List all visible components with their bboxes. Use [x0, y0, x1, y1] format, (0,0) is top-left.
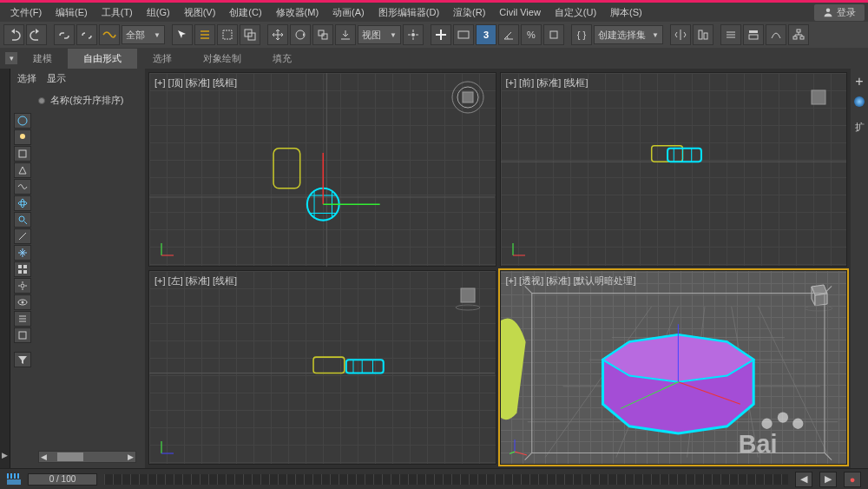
select-scale-button[interactable] [312, 24, 333, 45]
time-slider[interactable]: 0 / 100 [28, 473, 97, 486]
curve-editor-button[interactable] [766, 24, 786, 45]
align-button[interactable] [693, 24, 713, 45]
display-bone-button[interactable] [14, 212, 31, 228]
menu-edit[interactable]: 编辑(E) [49, 4, 95, 21]
next-key-button[interactable]: ▶ [819, 472, 837, 487]
track-bar-toggle[interactable] [7, 473, 21, 479]
menu-graph[interactable]: 图形编辑器(D) [372, 4, 446, 21]
viewport-front-scene [501, 73, 846, 267]
snap-toggle-button[interactable]: 3 [476, 24, 496, 45]
menu-render[interactable]: 渲染(R) [446, 4, 492, 21]
viewport-front[interactable]: [+] [前] [标准] [线框] [500, 72, 848, 267]
menu-anim[interactable]: 动画(A) [326, 4, 372, 21]
menu-script[interactable]: 脚本(S) [603, 4, 649, 21]
display-all-button[interactable] [14, 311, 31, 327]
triangle-icon [17, 165, 28, 175]
frame-label: 0 / 100 [49, 474, 76, 484]
window-crossing-button[interactable] [240, 24, 260, 45]
display-geometry-button[interactable] [14, 113, 31, 129]
mirror-icon [674, 29, 687, 41]
svg-rect-12 [749, 30, 758, 33]
menu-create[interactable]: 创建(C) [222, 4, 268, 21]
scene-tab-select[interactable]: 选择 [17, 72, 36, 85]
ribbon-minimize-button[interactable]: ▾ [5, 52, 17, 64]
select-rotate-button[interactable] [290, 24, 311, 45]
mirror-button[interactable] [670, 24, 691, 45]
viewport-left[interactable]: [+] [左] [标准] [线框] [148, 270, 496, 465]
display-none-button[interactable] [14, 327, 31, 343]
display-xrefs-button[interactable] [14, 278, 31, 294]
scroll-left-arrow-icon[interactable]: ◀ [41, 453, 47, 461]
svg-line-86 [510, 452, 515, 455]
create-tab-icon[interactable]: + [855, 74, 863, 89]
set-key-button[interactable]: ● [844, 472, 861, 487]
percent-snap-button[interactable]: % [521, 24, 542, 45]
toggle-ribbon-button[interactable] [743, 24, 764, 45]
unlink-button[interactable] [76, 24, 97, 45]
time-track[interactable] [104, 474, 788, 485]
viewport-persp-scene: Bai [501, 271, 846, 465]
bind-space-warp-button[interactable] [99, 24, 120, 45]
rect-region-button[interactable] [217, 24, 238, 45]
display-lights-button[interactable] [14, 129, 31, 145]
edit-selection-set-button[interactable]: { } [571, 24, 592, 45]
select-manipulate-button[interactable] [431, 24, 451, 45]
link-button[interactable] [54, 24, 75, 45]
select-move-button[interactable] [267, 24, 288, 45]
prev-key-button[interactable]: ◀ [795, 472, 812, 487]
svg-point-80 [761, 419, 772, 429]
schematic-view-button[interactable] [788, 24, 809, 45]
select-object-button[interactable] [172, 24, 193, 45]
scroll-thumb[interactable] [57, 453, 83, 461]
ref-coord-combo[interactable]: 视图▼ [358, 25, 401, 44]
menu-tools[interactable]: 工具(T) [95, 4, 140, 21]
pivot-center-button[interactable] [403, 24, 424, 45]
tab-modeling[interactable]: 建模 [17, 49, 68, 69]
filter-button[interactable] [14, 352, 31, 367]
keyboard-shortcut-button[interactable] [453, 24, 474, 45]
menu-file[interactable]: 文件(F) [3, 4, 49, 21]
layer-explorer-button[interactable] [720, 24, 741, 45]
menu-civil[interactable]: Civil View [492, 5, 547, 19]
tab-object-paint[interactable]: 对象绘制 [187, 49, 257, 69]
bars-icon [17, 314, 28, 324]
svg-rect-14 [797, 30, 800, 32]
scene-h-scrollbar[interactable]: ◀ ▶ [38, 451, 136, 463]
viewport-perspective[interactable]: [+] [透视] [标准] [默认明暗处理] [500, 270, 848, 465]
angle-snap-button[interactable] [498, 24, 519, 45]
tab-freeform[interactable]: 自由形式 [68, 49, 137, 69]
redo-button[interactable] [26, 24, 47, 45]
tab-populate[interactable]: 填充 [257, 49, 307, 69]
display-shapes-button[interactable] [14, 146, 31, 162]
scene-tab-display[interactable]: 显示 [47, 72, 66, 85]
display-cameras-button[interactable] [14, 162, 31, 178]
scroll-right-arrow-icon[interactable]: ▶ [128, 453, 134, 461]
display-hidden-button[interactable] [14, 294, 31, 310]
viewport-top[interactable]: [+] [顶] [标准] [线框] [148, 72, 496, 267]
next-icon: ▶ [825, 473, 832, 485]
name-column-header[interactable]: 名称(按升序排序) [38, 94, 136, 107]
display-containers-button[interactable] [14, 228, 31, 244]
display-groups-button[interactable] [14, 261, 31, 277]
key-icon: ● [850, 474, 856, 485]
selection-filter-combo[interactable]: 全部▼ [122, 25, 165, 44]
undo-button[interactable] [3, 24, 24, 45]
named-selection-combo[interactable]: 创建选择集▼ [594, 25, 663, 44]
menu-views[interactable]: 视图(V) [177, 4, 223, 21]
display-frozen-button[interactable] [14, 245, 31, 261]
display-helpers-button[interactable] [14, 179, 31, 195]
select-by-name-button[interactable] [194, 24, 215, 45]
menu-bar: 文件(F) 编辑(E) 工具(T) 组(G) 视图(V) 创建(C) 修改器(M… [0, 3, 868, 22]
select-place-button[interactable] [335, 24, 356, 45]
svg-point-27 [21, 284, 24, 287]
menu-group[interactable]: 组(G) [140, 4, 177, 21]
tab-selection[interactable]: 选择 [137, 49, 187, 69]
modify-tab-icon[interactable] [854, 96, 865, 107]
menu-modifier[interactable]: 修改器(M) [269, 4, 326, 21]
display-spacewarps-button[interactable] [14, 195, 31, 211]
menu-custom[interactable]: 自定义(U) [548, 4, 603, 21]
left-dock-strip[interactable]: ▶ [0, 69, 10, 468]
spinner-snap-button[interactable] [543, 24, 564, 45]
login-button[interactable]: 登录 [814, 4, 865, 21]
track-bar-toggle-2[interactable] [7, 479, 21, 485]
